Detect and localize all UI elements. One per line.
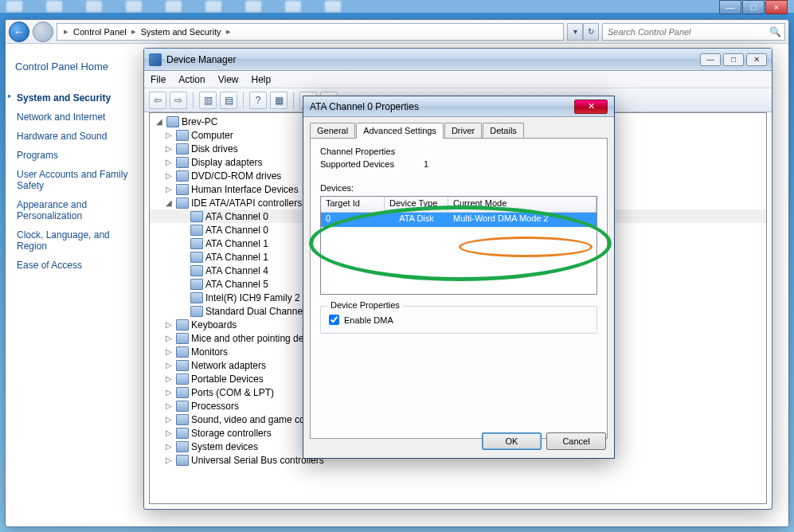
search-box[interactable]: 🔍 (602, 23, 785, 41)
expander-icon[interactable]: ▷ (164, 456, 174, 464)
expander-icon[interactable]: ▷ (164, 334, 174, 342)
outer-minimize-button[interactable]: — (719, 0, 741, 14)
sidebar-item-clock-language-and-region[interactable]: Clock, Language, and Region (15, 225, 131, 256)
cell-device-type: ATA Disk (385, 213, 448, 227)
taskbar-app-icon (285, 1, 301, 12)
device-category-icon (176, 346, 189, 358)
sidebar-item-network-and-internet[interactable]: Network and Internet (15, 108, 131, 127)
expander-icon[interactable]: ▷ (164, 374, 174, 383)
expander-icon[interactable]: ▷ (164, 361, 174, 370)
expander-icon[interactable]: ▷ (164, 388, 174, 397)
tab-details[interactable]: Details (483, 123, 524, 138)
addr-dropdown-button[interactable]: ▾ (567, 23, 583, 41)
device-category-icon (176, 184, 189, 195)
tb-properties-button[interactable]: ▤ (220, 92, 237, 109)
ata-properties-dialog: ATA Channel 0 Properties ✕ General Advan… (303, 96, 615, 459)
tb-back-button[interactable]: ⇦ (149, 92, 166, 109)
controller-icon (190, 292, 203, 303)
enable-dma-checkbox[interactable] (329, 315, 339, 325)
menu-file[interactable]: File (151, 74, 166, 85)
menu-help[interactable]: Help (252, 74, 272, 85)
expander-icon[interactable]: ▷ (164, 158, 174, 166)
device-row-0[interactable]: 0 ATA Disk Multi-Word DMA Mode 2 (321, 213, 596, 227)
devices-list[interactable]: Target Id Device Type Current Mode 0 ATA… (320, 196, 597, 295)
cell-current-mode: Multi-Word DMA Mode 2 (448, 213, 596, 227)
tab-page-advanced: Channel Properties Supported Devices 1 D… (310, 138, 608, 439)
desktop-taskbar-blur (0, 0, 794, 13)
tb-show-hide-button[interactable]: ▥ (199, 92, 217, 109)
controller-icon (190, 306, 203, 317)
dm-maximize-button[interactable]: □ (723, 53, 744, 66)
menu-view[interactable]: View (218, 74, 239, 85)
device-category-icon (176, 333, 189, 344)
devices-label: Devices: (320, 183, 597, 193)
col-device-type[interactable]: Device Type (385, 197, 448, 213)
cancel-button[interactable]: Cancel (546, 432, 606, 450)
device-category-icon (176, 198, 189, 209)
crumb-control-panel[interactable]: Control Panel (72, 27, 128, 37)
expander-icon[interactable]: ▷ (164, 185, 174, 194)
controller-icon (190, 211, 203, 222)
collapse-icon[interactable]: ◢ (154, 117, 164, 126)
taskbar-app-icon (325, 1, 341, 12)
expander-icon[interactable]: ▷ (164, 144, 174, 153)
dm-minimize-button[interactable]: — (700, 53, 721, 66)
taskbar-app-icon (46, 1, 62, 12)
sidebar-home[interactable]: Control Panel Home (14, 57, 133, 76)
taskbar-app-icon (245, 1, 261, 12)
menu-action[interactable]: Action (178, 74, 205, 85)
taskbar-app-icon (126, 1, 142, 12)
col-current-mode[interactable]: Current Mode (448, 197, 596, 213)
device-category-icon (176, 441, 189, 452)
sidebar-item-hardware-and-sound[interactable]: Hardware and Sound (15, 127, 131, 146)
properties-titlebar: ATA Channel 0 Properties ✕ (303, 96, 614, 117)
sidebar-item-ease-of-access[interactable]: Ease of Access (15, 256, 131, 275)
search-input[interactable] (603, 24, 762, 40)
device-manager-titlebar: Device Manager — □ ✕ (144, 49, 772, 71)
expander-icon[interactable]: ▷ (164, 415, 174, 424)
enable-dma-checkbox-row[interactable]: Enable DMA (329, 315, 589, 325)
device-manager-icon (149, 53, 162, 66)
addr-refresh-button[interactable]: ↻ (583, 23, 599, 41)
expander-icon[interactable]: ▷ (164, 131, 174, 139)
expander-icon[interactable]: ◢ (164, 198, 174, 207)
device-category-icon (176, 157, 189, 168)
taskbar-app-icon (86, 1, 102, 12)
tab-advanced-settings[interactable]: Advanced Settings (356, 123, 444, 139)
cell-target-id: 0 (321, 213, 385, 227)
expander-icon[interactable]: ▷ (164, 320, 174, 329)
properties-title: ATA Channel 0 Properties (310, 101, 419, 112)
expander-icon[interactable]: ▷ (164, 442, 174, 451)
expander-icon[interactable]: ▷ (164, 171, 174, 180)
crumb-system-security[interactable]: System and Security (139, 27, 223, 37)
device-properties-label: Device Properties (327, 300, 403, 310)
sidebar-item-system-and-security[interactable]: System and Security (15, 88, 131, 108)
properties-close-button[interactable]: ✕ (574, 100, 608, 114)
dm-close-button[interactable]: ✕ (746, 53, 767, 66)
outer-maximize-button[interactable]: □ (742, 0, 765, 14)
device-category-icon (176, 170, 189, 182)
nav-back-button[interactable]: ← (9, 22, 29, 42)
device-category-icon (176, 455, 189, 466)
breadcrumb[interactable]: ▸ Control Panel ▸ System and Security ▸ (57, 23, 564, 41)
tb-forward-button[interactable]: ⇨ (170, 92, 187, 109)
sidebar-item-programs[interactable]: Programs (15, 146, 131, 165)
outer-close-button[interactable]: × (765, 0, 788, 14)
expander-icon[interactable]: ▷ (164, 347, 174, 356)
tb-scan-button[interactable]: ▦ (270, 92, 287, 109)
ok-button[interactable]: OK (482, 432, 542, 450)
device-category-icon (176, 387, 189, 398)
col-target-id[interactable]: Target Id (321, 197, 385, 213)
controller-icon (190, 238, 203, 249)
computer-icon (166, 116, 179, 127)
tb-help-button[interactable]: ? (249, 92, 267, 109)
sidebar-item-user-accounts-and-family-safety[interactable]: User Accounts and Family Safety (15, 165, 131, 195)
tab-driver[interactable]: Driver (444, 123, 482, 138)
tab-general[interactable]: General (310, 123, 355, 138)
expander-icon[interactable]: ▷ (164, 401, 174, 410)
sidebar-item-appearance-and-personalization[interactable]: Appearance and Personalization (15, 195, 131, 225)
device-category-icon (176, 374, 189, 385)
expander-icon[interactable]: ▷ (164, 428, 174, 437)
address-bar-row: ← → ▸ Control Panel ▸ System and Securit… (6, 20, 788, 44)
controller-icon (190, 225, 203, 236)
